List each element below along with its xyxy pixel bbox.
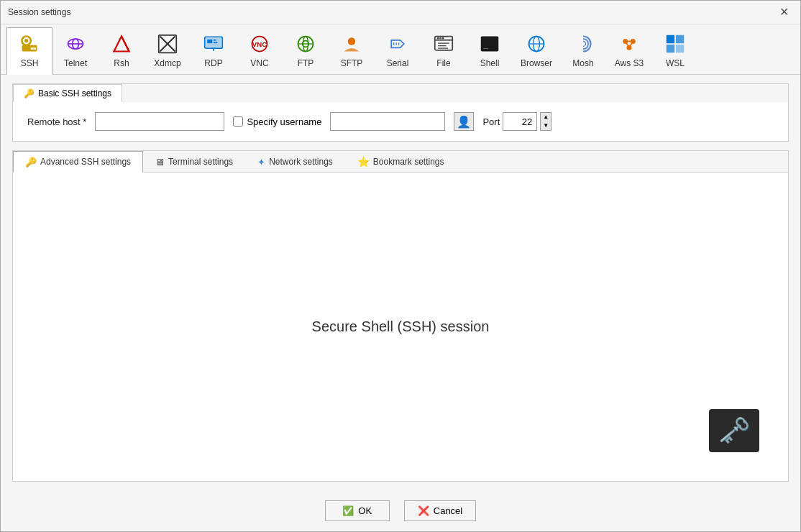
close-button[interactable]: ✕ — [775, 5, 793, 19]
bookmark-tab-label: Bookmark settings — [373, 157, 444, 167]
rdp-tab-label: RDP — [204, 58, 222, 68]
advanced-tab-row: 🔑 Advanced SSH settings 🖥 Terminal setti… — [13, 151, 788, 173]
ok-icon: ✅ — [342, 505, 354, 516]
file-icon — [432, 32, 455, 55]
protocol-tab-ftp[interactable]: FTP — [283, 27, 329, 74]
svg-rect-48 — [667, 35, 674, 43]
vnc-icon: VNC — [248, 32, 271, 55]
shell-icon: _ — [478, 32, 501, 55]
protocol-tab-mosh[interactable]: Mosh — [560, 27, 606, 74]
protocol-tab-shell[interactable]: _ Shell — [467, 27, 513, 74]
ok-button[interactable]: ✅ OK — [325, 500, 390, 521]
svg-rect-17 — [214, 40, 216, 41]
ssh-session-label: Secure Shell (SSH) session — [312, 318, 490, 335]
svg-rect-3 — [31, 47, 34, 50]
svg-rect-51 — [676, 45, 684, 52]
main-content: 🔑 Basic SSH settings Remote host * Speci… — [1, 75, 800, 490]
wsl-tab-label: WSL — [666, 58, 685, 68]
svg-point-31 — [437, 37, 439, 40]
awss3-tab-label: Aws S3 — [615, 58, 644, 68]
protocol-tab-file[interactable]: File — [421, 27, 467, 74]
protocol-tab-telnet[interactable]: Telnet — [52, 27, 99, 74]
user-icon: 👤 — [457, 115, 471, 129]
svg-text:VNC: VNC — [252, 40, 267, 48]
serial-tab-label: Serial — [387, 58, 409, 68]
advanced-panel: 🔑 Advanced SSH settings 🖥 Terminal setti… — [12, 150, 789, 482]
basic-ssh-tab-label: Basic SSH settings — [38, 88, 111, 98]
protocol-tab-ssh[interactable]: SSH — [6, 27, 52, 75]
port-spinner: ▲ ▼ — [540, 112, 551, 131]
rsh-tab-label: Rsh — [114, 58, 129, 68]
remote-host-label: Remote host * — [27, 116, 86, 127]
advanced-tab-bookmark[interactable]: ⭐ Bookmark settings — [345, 151, 457, 172]
cancel-icon: ❌ — [418, 505, 429, 516]
terminal-tab-label: Terminal settings — [168, 157, 233, 167]
specify-username-label[interactable]: Specify username — [233, 116, 321, 127]
svg-line-8 — [122, 37, 129, 52]
specify-username-checkbox[interactable] — [233, 116, 243, 127]
svg-rect-16 — [207, 40, 212, 43]
port-input[interactable] — [503, 112, 537, 131]
sftp-tab-label: SFTP — [341, 58, 363, 68]
advanced-tab-advanced-ssh[interactable]: 🔑 Advanced SSH settings — [13, 151, 143, 173]
ssh-tab-label: SSH — [21, 58, 39, 68]
port-row: Port ▲ ▼ — [482, 112, 551, 131]
protocol-tab-rdp[interactable]: RDP — [191, 27, 237, 74]
port-label: Port — [482, 116, 500, 127]
network-tab-label: Network settings — [269, 157, 333, 167]
telnet-tab-label: Telnet — [64, 58, 87, 68]
advanced-tab-terminal[interactable]: 🖥 Terminal settings — [143, 151, 245, 172]
protocol-tabs-row: SSH Telnet Rsh Xdmcp RDP VNC VNC FTP SFT… — [1, 24, 800, 75]
svg-rect-50 — [667, 45, 674, 52]
protocol-tab-wsl[interactable]: WSL — [652, 27, 698, 74]
protocol-tab-rsh[interactable]: Rsh — [99, 27, 145, 74]
svg-point-25 — [348, 37, 356, 45]
telnet-icon — [64, 32, 87, 55]
serial-icon — [386, 32, 409, 55]
svg-point-33 — [442, 37, 444, 40]
xdmcp-tab-label: Xdmcp — [154, 58, 180, 68]
shell-tab-label: Shell — [480, 58, 500, 68]
browser-tab-label: Browser — [521, 58, 552, 68]
svg-rect-18 — [214, 42, 217, 43]
dialog-title: Session settings — [8, 7, 70, 17]
cancel-label: Cancel — [434, 505, 462, 516]
remote-host-input[interactable] — [95, 112, 224, 131]
rsh-icon — [110, 32, 133, 55]
user-icon-button[interactable]: 👤 — [454, 112, 474, 131]
ssh-key-icon-container: 🗝️ — [709, 409, 759, 452]
port-up-button[interactable]: ▲ — [541, 113, 551, 121]
protocol-tab-xdmcp[interactable]: Xdmcp — [145, 27, 191, 74]
svg-point-32 — [439, 37, 441, 40]
svg-text:_: _ — [483, 39, 488, 49]
dialog-footer: ✅ OK ❌ Cancel — [1, 490, 800, 531]
protocol-tab-vnc[interactable]: VNC VNC — [237, 27, 283, 74]
basic-ssh-tab[interactable]: 🔑 Basic SSH settings — [13, 84, 122, 102]
vnc-tab-label: VNC — [250, 58, 268, 68]
ftp-icon — [294, 32, 317, 55]
rdp-icon — [202, 32, 225, 55]
protocol-tab-browser[interactable]: Browser — [513, 27, 560, 74]
session-settings-dialog: Session settings ✕ SSH Telnet Rsh Xdmcp … — [0, 0, 801, 532]
advanced-ssh-tab-label: Advanced SSH settings — [40, 157, 131, 167]
port-down-button[interactable]: ▼ — [541, 121, 551, 130]
sftp-icon — [340, 32, 363, 55]
advanced-tab-network[interactable]: ✦ Network settings — [245, 151, 345, 172]
ftp-tab-label: FTP — [298, 58, 314, 68]
file-tab-label: File — [436, 58, 450, 68]
key-icon: 🗝️ — [718, 416, 751, 446]
awss3-icon — [618, 32, 641, 55]
cancel-button[interactable]: ❌ Cancel — [404, 500, 476, 521]
advanced-panel-content: Secure Shell (SSH) session 🗝️ — [13, 173, 788, 481]
username-input[interactable] — [330, 112, 445, 131]
svg-point-2 — [24, 39, 28, 42]
mosh-icon — [572, 32, 595, 55]
mosh-tab-label: Mosh — [572, 58, 593, 68]
specify-username-text: Specify username — [247, 116, 321, 127]
protocol-tab-serial[interactable]: Serial — [375, 27, 421, 74]
basic-panel-content: Remote host * Specify username 👤 Port ▲ … — [13, 102, 788, 141]
protocol-tab-awss3[interactable]: Aws S3 — [606, 27, 652, 74]
svg-rect-49 — [676, 35, 684, 43]
basic-ssh-tab-icon: 🔑 — [24, 88, 35, 98]
protocol-tab-sftp[interactable]: SFTP — [329, 27, 375, 74]
